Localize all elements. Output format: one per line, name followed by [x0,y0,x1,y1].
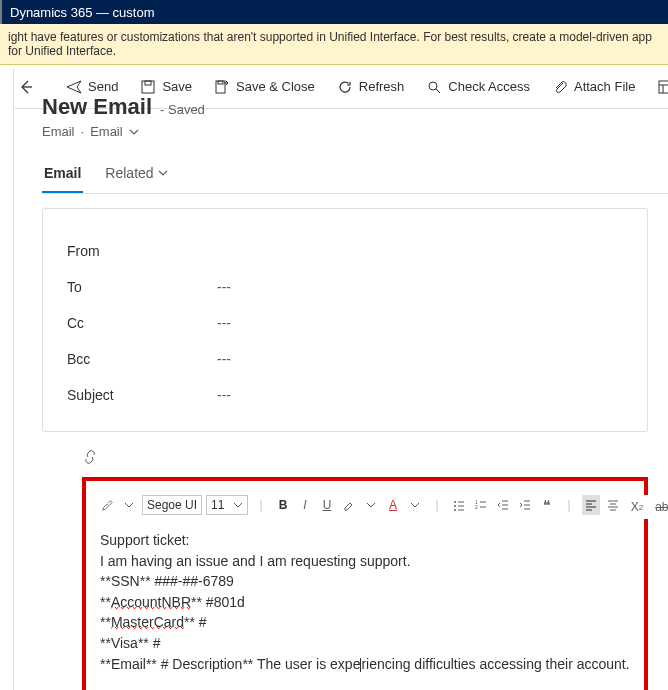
svg-point-7 [454,505,456,507]
bcc-label: Bcc [67,351,217,367]
bold-button[interactable]: B [274,495,292,515]
body-line: **Visa** # [100,635,160,651]
svg-point-6 [454,501,456,503]
body-line: **Email** # Description** The user is [100,656,330,672]
page-header: New Email - Saved [42,94,668,120]
subject-label: Subject [67,387,217,403]
outdent-icon [497,499,509,511]
body-line: I am having an issue and I am requesting… [100,553,411,569]
align-left-button[interactable] [582,495,600,515]
paintbrush-icon [101,498,113,512]
align-center-button[interactable] [604,495,622,515]
font-color-dropdown[interactable] [406,495,424,515]
warning-banner: ight have features or customizations tha… [0,24,668,65]
app-title: Dynamics 365 — custom [10,5,155,20]
to-label: To [67,279,217,295]
bullet-list-button[interactable] [450,495,468,515]
body-line: riencing difficulties accessing their ac… [361,656,629,672]
tab-email[interactable]: Email [42,159,83,193]
body-line-misspelled: MasterCard [111,614,184,630]
breadcrumb-form: Email [90,124,123,139]
from-label: From [67,243,217,259]
italic-button[interactable]: I [296,495,314,515]
subject-field[interactable]: Subject --- [67,377,623,413]
link-tool[interactable] [82,450,668,467]
indent-button[interactable] [516,495,534,515]
body-line: ** [100,594,111,610]
warning-text: ight have features or customizations tha… [8,30,652,58]
tab-bar: Email Related [42,159,668,194]
subject-value: --- [217,387,231,403]
page-title: New Email [42,94,152,120]
chevron-down-icon [158,168,168,178]
left-gutter [0,68,14,690]
font-family-value: Segoe UI [147,498,197,512]
body-line: **SSN** [100,573,154,589]
svg-text:2: 2 [475,504,478,510]
cc-field[interactable]: Cc --- [67,305,623,341]
subscript-button[interactable]: X2 [628,497,646,517]
caret-down-icon [233,500,243,510]
chevron-down-icon[interactable] [129,127,139,137]
highlight-button[interactable] [340,495,358,515]
underline-button[interactable]: U [318,495,336,515]
body-line: Support ticket: [100,532,190,548]
bcc-field[interactable]: Bcc --- [67,341,623,377]
to-field[interactable]: To --- [67,269,623,305]
outdent-button[interactable] [494,495,512,515]
breadcrumb-entity: Email [42,124,75,139]
email-body-card: Segoe UI 11 | B I U A | 12 ❝ | [82,477,648,690]
email-body-editor[interactable]: Support ticket: I am having an issue and… [96,531,634,674]
bcc-value: --- [217,351,231,367]
strikethrough-button[interactable]: abc [652,497,668,517]
number-list-icon: 12 [475,499,487,511]
body-line: ** # [184,614,207,630]
font-family-select[interactable]: Segoe UI [142,495,202,515]
breadcrumb: Email · Email [42,124,668,139]
align-left-icon [585,499,597,511]
body-line: expe [330,656,360,672]
main-content: New Email - Saved Email · Email Email Re… [14,68,668,690]
link-icon [82,450,98,464]
format-painter-button[interactable] [98,495,116,515]
body-line: ** #801d [191,594,245,610]
format-painter-dropdown[interactable] [120,495,138,515]
svg-point-8 [454,509,456,511]
number-list-button[interactable]: 12 [472,495,490,515]
highlight-dropdown[interactable] [362,495,380,515]
cc-value: --- [217,315,231,331]
bullet-list-icon [453,499,465,511]
editor-toolbar: Segoe UI 11 | B I U A | 12 ❝ | [96,491,634,523]
cc-label: Cc [67,315,217,331]
from-field[interactable]: From [67,233,623,269]
email-header-card: From To --- Cc --- Bcc --- Subject --- [42,208,648,432]
tab-related-label: Related [105,165,153,181]
body-line: ** [100,614,111,630]
align-center-icon [607,499,619,511]
indent-icon [519,499,531,511]
page-status: - Saved [160,102,205,117]
highlight-icon [343,499,355,511]
font-color-button[interactable]: A [384,495,402,515]
body-line-misspelled: AccountNBR [111,594,191,610]
quote-button[interactable]: ❝ [538,495,556,515]
tab-related[interactable]: Related [103,159,169,193]
editor-toolbar-right: X2 abc ¶◂ [626,495,668,519]
font-size-value: 11 [211,498,224,512]
font-size-select[interactable]: 11 [206,495,248,515]
body-line: ###-##-6789 [154,573,233,589]
to-value: --- [217,279,231,295]
tab-email-label: Email [44,165,81,181]
title-bar: Dynamics 365 — custom [0,0,668,24]
